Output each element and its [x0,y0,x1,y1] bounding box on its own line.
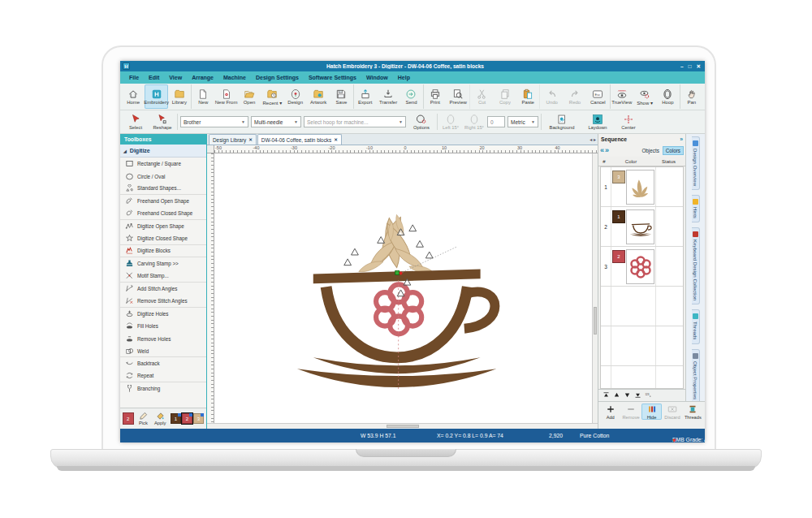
units-dropdown[interactable]: Metric▼ [508,116,538,127]
digitize-tool-item[interactable]: Rectangle / Square [120,158,206,170]
toolbar-button[interactable]: Home [122,84,145,109]
toolbar-button[interactable]: Paste [516,84,539,109]
digitize-tool-item[interactable]: Carving Stamp >> [120,257,206,270]
color-prev-button[interactable]: « [600,146,603,154]
reorder-button[interactable] [624,391,631,399]
horizontal-scrollbar-handle[interactable] [387,425,419,428]
digitize-tool-item[interactable]: Digitize Blocks [120,245,206,257]
document-tab[interactable]: DW-04-06 Coffee, satin blocks ✕ [257,134,342,145]
menu-item[interactable]: Machine [218,75,251,80]
digitize-tool-item[interactable]: Motif Stamp... [120,270,206,283]
sequence-thumbnail[interactable] [626,249,654,284]
docked-tab[interactable]: Threads [692,309,700,343]
thread-color-swatch[interactable]: 3 [193,413,204,424]
sequence-color-swatch[interactable]: 3 [612,171,625,183]
sequence-tab[interactable]: Objects [638,146,662,155]
toolbar-button[interactable]: Pan [680,84,703,109]
hoop-select-dropdown[interactable]: Select hoop for machine...▼ [304,116,406,127]
close-button[interactable]: ✕ [697,63,701,70]
digitize-tool-item[interactable]: Freehand Open Shape [120,195,206,207]
toolbar-button[interactable]: Open [238,84,261,109]
toolbar-button[interactable]: TrueView [610,84,633,109]
machine-type-dropdown[interactable]: Multi-needle▼ [251,116,301,127]
toolbar-button[interactable]: Export [353,84,377,109]
digitize-tool-item[interactable]: Standard Shapes... [120,183,206,195]
docked-tab[interactable]: Object Properties [692,349,700,401]
tab-close-icon[interactable]: ✕ [248,137,253,142]
menu-item[interactable]: File [124,75,144,80]
apply-color-button[interactable]: Apply [153,412,167,425]
sequence-row[interactable]: 3 2 [601,247,683,287]
digitize-tool-item[interactable]: Remove Stitch Angles [120,295,206,307]
maximize-button[interactable]: □ [689,63,692,70]
digitize-tool-item[interactable]: Repeat [120,370,206,382]
toolbar-button[interactable]: Redo [564,84,586,109]
toolbar-button[interactable]: Hoop [656,84,679,109]
digitize-tool-item[interactable]: Weld [120,345,206,357]
digitize-tool-item[interactable]: Digitize Holes [120,308,206,320]
menu-item[interactable]: Edit [144,75,164,80]
toolbar-button[interactable]: Cut [469,84,493,109]
menu-item[interactable]: Arrange [187,75,218,80]
digitize-tool-item[interactable]: Remove Holes [120,332,206,344]
options-button[interactable]: Options [408,114,434,130]
toolbar-button[interactable]: Embroidery [145,84,167,109]
sequence-thumbnail[interactable] [626,170,654,205]
toolbar-button[interactable]: Save [330,84,352,109]
toolbar-button[interactable]: New From [214,84,237,109]
laydown-button[interactable]: Laydown [582,114,613,130]
toolbar-button[interactable]: Send [400,84,422,109]
sequence-footer-button[interactable]: Remove [620,404,641,420]
toolbar-button[interactable]: Undo [539,84,563,109]
sequence-row[interactable]: 2 1 [601,207,683,247]
menu-item[interactable]: Design Settings [251,75,304,80]
sequence-tab[interactable]: Colors [663,146,684,155]
sequence-footer-button[interactable]: Threads [683,404,703,420]
select-tool-button[interactable]: Select [123,114,148,130]
color-next-button[interactable]: » [605,146,608,154]
tab-close-icon[interactable]: ✕ [334,137,338,142]
toolbar-button[interactable]: Print [423,84,447,109]
sequence-color-swatch[interactable]: 2 [612,250,625,263]
minimize-button[interactable]: – [680,63,684,70]
reorder-button[interactable] [645,391,658,400]
reshape-tool-button[interactable]: Reshape [150,114,175,130]
sequence-footer-button[interactable]: Hide [641,404,662,420]
digitize-section-header[interactable]: ◢ Digitize [120,145,206,158]
sequence-footer-button[interactable]: Discard [662,404,682,420]
document-tab[interactable]: Design Library ✕ [209,134,257,145]
reorder-button[interactable] [603,391,610,399]
design-canvas[interactable] [214,153,592,423]
docked-tab[interactable]: Keyboard Design Collection [692,227,700,304]
toolbar-button[interactable]: Design [284,84,307,109]
digitize-tool-item[interactable]: Circle / Oval [120,170,206,182]
toolbar-button[interactable]: Transfer [377,84,400,109]
digitize-tool-item[interactable]: Branching [120,382,206,395]
sequence-footer-button[interactable]: Add [600,404,620,420]
horizontal-scrollbar[interactable] [207,423,598,429]
toolbar-button[interactable]: Artwork [307,84,330,109]
reorder-button[interactable] [634,391,641,399]
toolbar-button[interactable]: New [191,84,214,109]
current-color-swatch[interactable]: 2 [123,412,134,425]
rotate-left-15-button[interactable]: Left 15° [440,114,461,130]
thread-color-swatch[interactable]: 1 [171,413,181,424]
menu-item[interactable]: Software Settings [304,75,361,80]
toolbar-button[interactable]: Library [168,84,191,109]
machine-brand-dropdown[interactable]: Brother▼ [180,116,248,127]
digitize-tool-item[interactable]: Digitize Open Shape [120,220,206,232]
thread-color-swatch[interactable]: 2 [182,413,192,424]
center-button[interactable]: Center [615,114,641,130]
toolbar-button[interactable]: Preview [447,84,469,109]
docked-tab[interactable]: Hints [692,195,700,222]
panel-collapse-icon[interactable]: » [680,136,683,142]
digitize-tool-item[interactable]: Add Stitch Angles [120,283,206,295]
rotation-angle-input[interactable]: 0 [487,116,505,127]
menu-item[interactable]: Help [393,75,415,80]
tab-scroll-arrows[interactable]: ◂ ▸ [590,136,596,142]
docked-tab[interactable]: Design Overview [692,136,700,190]
digitize-tool-item[interactable]: Fill Holes [120,320,206,332]
toolbar-button[interactable]: Recent ▾ [261,84,283,109]
background-button[interactable]: Background [544,114,580,130]
sequence-row[interactable]: 1 3 [601,167,683,207]
